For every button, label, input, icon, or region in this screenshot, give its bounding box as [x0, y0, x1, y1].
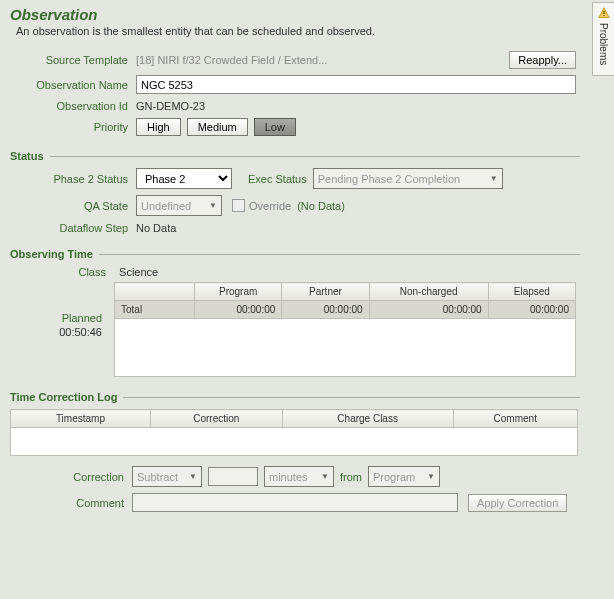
class-label: Class — [56, 266, 116, 278]
divider — [50, 156, 580, 157]
tcl-col-correction: Correction — [150, 410, 282, 428]
ot-row-noncharged: 00:00:00 — [369, 301, 488, 319]
dataflow-step-value: No Data — [136, 222, 176, 234]
reapply-button[interactable]: Reapply... — [509, 51, 576, 69]
class-value: Science — [119, 266, 158, 278]
source-template-value: [18] NIRI f/32 Crowded Field / Extend... — [136, 54, 327, 66]
comment-label: Comment — [10, 497, 132, 509]
ot-empty-area — [115, 319, 576, 377]
priority-low-button[interactable]: Low — [254, 118, 296, 136]
problems-tab-label: Problems — [598, 23, 609, 65]
chevron-down-icon: ▼ — [209, 201, 217, 210]
status-section-title: Status — [10, 150, 44, 162]
ot-row-program: 00:00:00 — [195, 301, 282, 319]
ot-col-partner: Partner — [282, 283, 369, 301]
chevron-down-icon: ▼ — [427, 472, 435, 481]
chevron-down-icon: ▼ — [321, 472, 329, 481]
warning-icon — [598, 7, 610, 19]
priority-medium-button[interactable]: Medium — [187, 118, 248, 136]
observing-time-section-title: Observing Time — [10, 248, 93, 260]
qa-state-label: QA State — [10, 200, 136, 212]
from-label: from — [340, 471, 362, 483]
apply-correction-button: Apply Correction — [468, 494, 567, 512]
correction-label: Correction — [10, 471, 132, 483]
ot-col-blank — [115, 283, 195, 301]
time-correction-log-table: Timestamp Correction Charge Class Commen… — [10, 409, 578, 456]
ot-col-elapsed: Elapsed — [488, 283, 575, 301]
page-title: Observation — [10, 6, 580, 23]
correction-op-value: Subtract — [137, 471, 178, 483]
exec-status-select: Pending Phase 2 Completion ▼ — [313, 168, 503, 189]
planned-value: 00:50:46 — [59, 326, 102, 338]
correction-unit-value: minutes — [269, 471, 308, 483]
observation-name-input[interactable] — [136, 75, 576, 94]
correction-value-input — [208, 467, 258, 486]
divider — [123, 397, 580, 398]
dataflow-step-label: Dataflow Step — [10, 222, 136, 234]
problems-tab[interactable]: Problems — [592, 2, 614, 76]
priority-label: Priority — [10, 121, 136, 133]
correction-class-value: Program — [373, 471, 415, 483]
observing-time-table: Program Partner Non-charged Elapsed Tota… — [114, 282, 576, 377]
phase2-status-label: Phase 2 Status — [10, 173, 136, 185]
observation-id-label: Observation Id — [10, 100, 136, 112]
phase2-status-select[interactable]: Phase 2 — [136, 168, 232, 189]
observation-id-value: GN-DEMO-23 — [136, 100, 205, 112]
tcl-col-timestamp: Timestamp — [11, 410, 151, 428]
tcl-section-title: Time Correction Log — [10, 391, 117, 403]
override-label: Override — [249, 200, 291, 212]
comment-input — [132, 493, 458, 512]
tcl-empty-row — [11, 428, 578, 456]
ot-row-label: Total — [115, 301, 195, 319]
ot-row-elapsed: 00:00:00 — [488, 301, 575, 319]
planned-label: Planned — [62, 312, 102, 324]
tcl-col-comment: Comment — [453, 410, 577, 428]
chevron-down-icon: ▼ — [490, 174, 498, 183]
ot-col-program: Program — [195, 283, 282, 301]
priority-group: High Medium Low — [136, 118, 296, 136]
qa-state-select: Undefined ▼ — [136, 195, 222, 216]
ot-col-noncharged: Non-charged — [369, 283, 488, 301]
svg-rect-0 — [603, 11, 604, 14]
qa-state-value: Undefined — [141, 200, 191, 212]
tcl-col-charge-class: Charge Class — [282, 410, 453, 428]
svg-rect-1 — [603, 15, 604, 16]
observation-name-label: Observation Name — [10, 79, 136, 91]
source-template-label: Source Template — [10, 54, 136, 66]
divider — [99, 254, 580, 255]
ot-row-partner: 00:00:00 — [282, 301, 369, 319]
override-checkbox — [232, 199, 245, 212]
exec-status-label: Exec Status — [248, 173, 307, 185]
correction-op-select: Subtract ▼ — [132, 466, 202, 487]
override-extra: (No Data) — [297, 200, 345, 212]
correction-class-select: Program ▼ — [368, 466, 440, 487]
correction-unit-select: minutes ▼ — [264, 466, 334, 487]
exec-status-value: Pending Phase 2 Completion — [318, 173, 460, 185]
chevron-down-icon: ▼ — [189, 472, 197, 481]
page-subtitle: An observation is the smallest entity th… — [16, 25, 580, 37]
priority-high-button[interactable]: High — [136, 118, 181, 136]
